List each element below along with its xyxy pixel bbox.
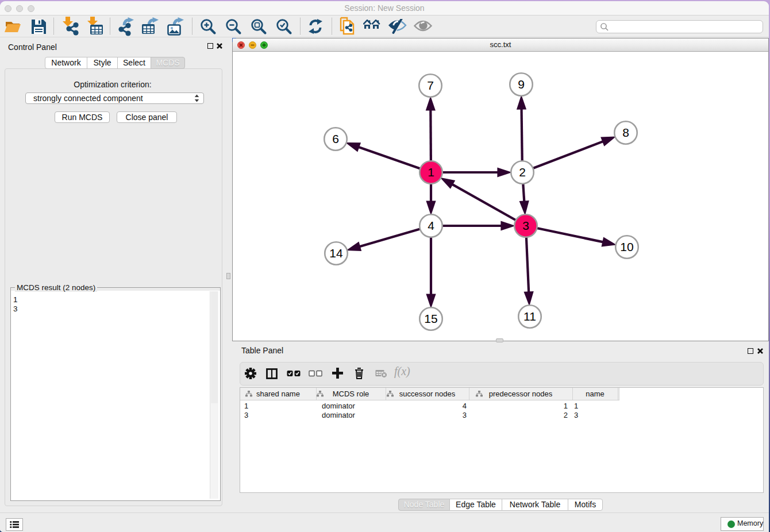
svg-text:2: 2 — [519, 165, 526, 179]
svg-text:10: 10 — [620, 240, 633, 253]
svg-text:11: 11 — [523, 310, 536, 323]
svg-text:7: 7 — [427, 79, 434, 92]
svg-text:6: 6 — [332, 132, 339, 145]
svg-text:8: 8 — [622, 126, 629, 139]
svg-text:14: 14 — [329, 246, 343, 260]
svg-text:3: 3 — [522, 219, 529, 232]
svg-text:4: 4 — [428, 219, 434, 232]
svg-text:9: 9 — [518, 78, 525, 91]
svg-text:1: 1 — [428, 165, 434, 179]
svg-text:15: 15 — [424, 312, 437, 325]
